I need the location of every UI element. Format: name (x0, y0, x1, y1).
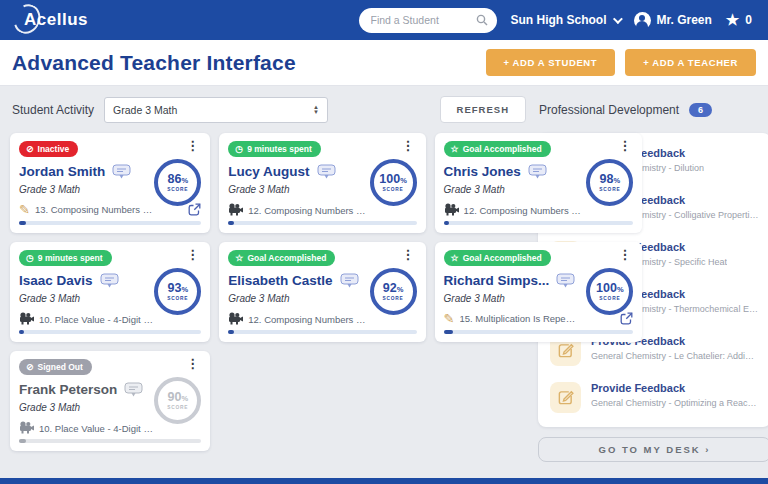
class-select[interactable]: Grade 3 Math ▲▼ (104, 97, 328, 123)
status-badge: ☆ Goal Accomplished (228, 250, 335, 266)
progress-bar (228, 330, 416, 334)
chat-bubble-icon[interactable] (100, 273, 119, 288)
lesson-title: 12. Composing Numbers wit... (464, 205, 582, 216)
status-badge: ☆ Goal Accomplished (444, 250, 551, 266)
status-label: Inactive (38, 144, 70, 154)
pd-count-badge: 6 (689, 103, 712, 117)
card-menu-button[interactable]: ⋮ (400, 250, 417, 260)
user-name: Mr. Green (657, 13, 712, 27)
student-card-chris-jones: ☆ Goal Accomplished ⋮ 98% SCORE Chris Jo… (435, 133, 643, 233)
star-count: 0 (745, 13, 752, 27)
student-search (359, 8, 497, 33)
signed-out-icon: ⊘ (26, 363, 34, 372)
lesson-title: 15. Multiplication Is Repeate... (460, 313, 578, 324)
refresh-button[interactable]: REFRESH (440, 96, 526, 123)
logo-text: Acellus (24, 10, 88, 29)
chat-bubble-icon[interactable] (124, 382, 143, 397)
acellus-logo[interactable]: Acellus (16, 10, 88, 30)
student-name[interactable]: Lucy August (228, 164, 309, 179)
clock-icon: ◷ (235, 145, 243, 154)
lesson-title: 12. Composing Numbers wit... (248, 205, 366, 216)
score-value: 100 (379, 172, 400, 186)
status-badge: ⊘ Inactive (19, 141, 78, 157)
score-ring: 90% SCORE (154, 377, 201, 424)
star-icon: ★ (726, 11, 739, 29)
score-ring: 100% SCORE (370, 159, 417, 206)
user-avatar-icon (634, 12, 651, 29)
toolbar-row: Student Activity Grade 3 Math ▲▼ REFRESH… (0, 86, 768, 131)
add-teacher-button[interactable]: + ADD A TEACHER (625, 49, 756, 76)
external-link-icon[interactable] (188, 203, 201, 216)
student-name[interactable]: Jordan Smith (19, 164, 105, 179)
chat-bubble-icon[interactable] (317, 164, 336, 179)
student-name[interactable]: Richard Simps... (444, 273, 550, 288)
score-value: 93 (168, 281, 182, 295)
lesson-title: 10. Place Value - 4-Digit Nu... (39, 423, 157, 434)
progress-bar (19, 221, 201, 225)
inactive-icon: ⊘ (26, 145, 34, 154)
goal-star-icon: ☆ (235, 254, 243, 263)
footer-bar (0, 478, 768, 484)
lesson-title: 12. Composing Numbers wit... (248, 314, 366, 325)
chat-bubble-icon[interactable] (556, 273, 575, 288)
status-label: Goal Accomplished (247, 253, 326, 263)
video-lesson-icon (19, 312, 34, 327)
card-menu-button[interactable]: ⋮ (616, 141, 633, 151)
progress-bar (228, 221, 416, 225)
chat-bubble-icon[interactable] (112, 164, 131, 179)
advanced-teacher-interface: Acellus Sun High School Mr. Green ★ 0 Ad… (0, 0, 768, 484)
status-label: 9 minutes spent (38, 253, 103, 263)
chat-bubble-icon[interactable] (340, 273, 359, 288)
writing-lesson-icon: ✎ (19, 205, 30, 215)
favorites-counter[interactable]: ★ 0 (726, 11, 752, 29)
score-ring: 93% SCORE (154, 268, 201, 315)
page-header: Advanced Teacher Interface + ADD A STUDE… (0, 40, 768, 86)
school-selector[interactable]: Sun High School (511, 13, 620, 27)
score-ring: 86% SCORE (154, 159, 201, 206)
external-link-icon[interactable] (620, 312, 633, 325)
card-menu-button[interactable]: ⋮ (400, 141, 417, 151)
student-card-isaac-davis: ◷ 9 minutes spent ⋮ 93% SCORE Isaac Davi… (10, 242, 210, 342)
goal-star-icon: ☆ (451, 145, 459, 154)
pd-item[interactable]: Provide FeedbackGeneral Chemistry - Opti… (550, 374, 759, 421)
class-select-value: Grade 3 Math (113, 104, 313, 116)
chevron-down-icon (612, 14, 622, 24)
edit-feedback-icon (550, 382, 581, 413)
go-to-my-desk-button[interactable]: GO TO MY DESK › (538, 437, 768, 462)
search-icon (476, 14, 488, 26)
card-menu-button[interactable]: ⋮ (184, 141, 201, 151)
status-badge: ⊘ Signed Out (19, 359, 92, 375)
pd-item-subtitle: General Chemistry - Optimizing a Reactio… (591, 398, 759, 408)
status-label: Goal Accomplished (463, 253, 542, 263)
video-lesson-icon (444, 203, 459, 218)
add-student-button[interactable]: + ADD A STUDENT (486, 49, 616, 76)
pd-item-title: Provide Feedback (591, 382, 759, 394)
video-lesson-icon (228, 203, 243, 218)
score-value: 90 (168, 390, 182, 404)
school-name: Sun High School (511, 13, 607, 27)
page-title: Advanced Teacher Interface (12, 51, 296, 75)
lesson-title: 13. Composing Numbers wit... (35, 204, 153, 215)
card-menu-button[interactable]: ⋮ (184, 359, 201, 369)
clock-icon: ◷ (26, 254, 34, 263)
progress-bar (19, 439, 201, 443)
student-card-elisabeth-castle: ☆ Goal Accomplished ⋮ 92% SCORE Elisabet… (219, 242, 425, 342)
score-value: 92 (383, 281, 397, 295)
card-menu-button[interactable]: ⋮ (184, 250, 201, 260)
student-name[interactable]: Elisabeth Castle (228, 273, 332, 288)
chat-bubble-icon[interactable] (528, 164, 547, 179)
user-menu[interactable]: Mr. Green (634, 12, 712, 29)
score-ring: 98% SCORE (586, 159, 633, 206)
student-cards-grid: ⊘ Inactive ⋮ 86% SCORE Jordan Smith Grad… (10, 133, 526, 484)
status-badge: ☆ Goal Accomplished (444, 141, 551, 157)
progress-bar (444, 330, 634, 334)
student-name[interactable]: Frank Peterson (19, 382, 117, 397)
student-name[interactable]: Chris Jones (444, 164, 521, 179)
status-label: Goal Accomplished (463, 144, 542, 154)
video-lesson-icon (228, 312, 243, 327)
status-badge: ◷ 9 minutes spent (228, 141, 321, 157)
card-menu-button[interactable]: ⋮ (616, 250, 633, 260)
video-lesson-icon (19, 421, 34, 436)
student-name[interactable]: Isaac Davis (19, 273, 93, 288)
score-ring: 100% SCORE (586, 268, 633, 315)
